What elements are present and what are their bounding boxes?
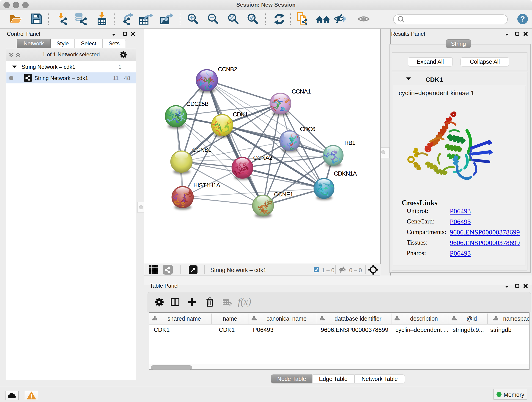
svg-text:HIST1H1A: HIST1H1A [193,182,220,189]
svg-text:CDKN1A: CDKN1A [334,170,357,177]
svg-text:RB1: RB1 [344,139,355,146]
svg-text:CCNA2: CCNA2 [253,154,272,161]
svg-text:CCNB1: CCNB1 [192,146,211,153]
svg-text:?: ? [520,14,525,23]
svg-text:CCNA1: CCNA1 [292,88,311,95]
svg-text:CCNE1: CCNE1 [274,191,293,198]
svg-text:CDC25B: CDC25B [186,100,209,107]
svg-text:CCNB2: CCNB2 [218,66,237,73]
svg-text:CDC6: CDC6 [300,126,315,133]
svg-text:CDK1: CDK1 [233,111,248,118]
